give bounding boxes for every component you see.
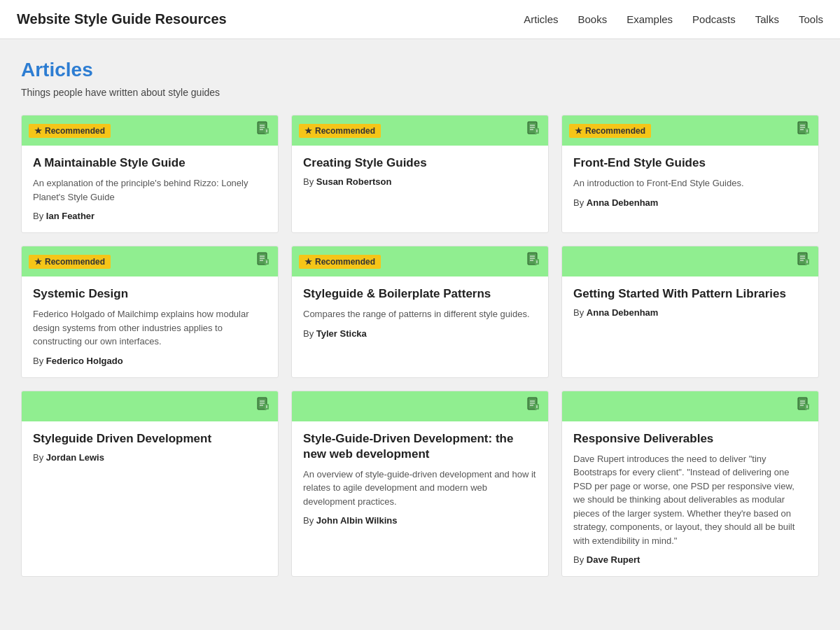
card-header [22,391,278,421]
card-body: Styleguide Driven DevelopmentBy Jordan L… [22,421,278,474]
article-description: An overview of style-guide-driven develo… [303,468,537,509]
article-card-8[interactable]: Style-Guide-Driven Development: the new … [291,391,549,578]
recommended-badge: ★ Recommended [299,124,381,138]
article-type-icon [255,397,271,416]
svg-rect-5 [265,128,269,134]
page-subtitle: Things people have written about style g… [21,87,819,98]
author-name: John Albin Wilkins [316,515,398,526]
page-title: Articles [21,59,819,81]
document-icon [255,252,271,267]
author-name: Jordan Lewis [46,452,104,463]
svg-rect-69 [805,404,809,410]
document-icon [526,397,541,412]
svg-rect-61 [535,404,539,410]
nav-link-articles[interactable]: Articles [524,13,558,25]
article-author: By Tyler Sticka [303,328,537,339]
article-author: By Dave Rupert [573,554,807,565]
card-header [562,391,818,421]
article-card-6[interactable]: Getting Started With Pattern LibrariesBy… [561,246,819,378]
nav-link-tools[interactable]: Tools [799,13,823,25]
document-icon [526,252,541,267]
card-body: Creating Style GuidesBy Susan Robertson [292,146,548,198]
article-description: An introduction to Front-End Style Guide… [573,176,807,190]
document-icon [255,397,271,412]
svg-rect-53 [265,404,269,410]
article-description: Dave Rupert introduces the need to deliv… [573,452,807,548]
author-name: Anna Debenham [587,307,659,318]
main-nav: ArticlesBooksExamplesPodcastsTalksTools [524,13,823,25]
article-title: A Maintainable Style Guide [33,155,267,171]
card-header: ★ Recommended [562,115,818,146]
article-author: By Susan Robertson [303,176,537,187]
nav-link-examples[interactable]: Examples [626,13,673,25]
article-card-4[interactable]: ★ Recommended Systemic DesignFederico Ho… [21,246,279,378]
article-title: Getting Started With Pattern Libraries [573,286,807,302]
author-name: Dave Rupert [587,554,640,565]
card-header [292,391,548,421]
article-card-5[interactable]: ★ Recommended Styleguide & Boilerplate P… [291,246,549,378]
author-name: Ian Feather [46,211,94,221]
article-type-icon [526,121,541,140]
nav-link-podcasts[interactable]: Podcasts [692,13,736,25]
document-icon [796,121,811,136]
nav-link-talks[interactable]: Talks [755,13,779,25]
site-header: Website Style Guide Resources ArticlesBo… [0,0,840,39]
article-title: Style-Guide-Driven Development: the new … [303,431,537,462]
article-type-icon [796,397,811,416]
star-icon: ★ [575,126,582,136]
article-type-icon [796,252,811,271]
document-icon [255,121,271,136]
article-title: Styleguide Driven Development [33,431,267,447]
article-title: Styleguide & Boilerplate Patterns [303,286,537,302]
svg-rect-29 [265,259,269,265]
article-title: Front-End Style Guides [573,155,807,171]
recommended-badge: ★ Recommended [29,124,111,138]
article-author: By Ian Feather [33,211,267,221]
svg-rect-13 [535,128,539,134]
svg-rect-45 [805,259,809,265]
author-name: Tyler Sticka [316,328,367,339]
article-type-icon [526,397,541,416]
card-header [562,246,818,276]
recommended-badge: ★ Recommended [299,255,381,269]
article-card-7[interactable]: Styleguide Driven DevelopmentBy Jordan L… [21,391,279,578]
card-header: ★ Recommended [292,246,548,276]
article-title: Creating Style Guides [303,155,537,171]
article-author: By John Albin Wilkins [303,515,537,526]
article-type-icon [796,121,811,140]
article-type-icon [255,252,271,271]
site-title: Website Style Guide Resources [17,11,227,27]
card-header: ★ Recommended [22,246,278,276]
nav-link-books[interactable]: Books [578,13,608,25]
article-author: By Anna Debenham [573,307,807,318]
article-card-2[interactable]: ★ Recommended Creating Style GuidesBy Su… [291,115,549,233]
article-card-1[interactable]: ★ Recommended A Maintainable Style Guide… [21,115,279,233]
article-card-9[interactable]: Responsive DeliverablesDave Rupert intro… [561,391,819,578]
star-icon: ★ [34,257,42,267]
card-header: ★ Recommended [292,115,548,146]
article-author: By Jordan Lewis [33,452,267,463]
star-icon: ★ [304,126,312,136]
document-icon [796,397,811,412]
article-title: Systemic Design [33,286,267,302]
main-content: Articles Things people have written abou… [7,39,833,596]
recommended-badge: ★ Recommended [29,255,111,269]
author-name: Anna Debenham [587,197,659,208]
document-icon [796,252,811,267]
article-author: By Federico Holgado [33,356,267,366]
article-description: An explanation of the principle's behind… [33,176,267,204]
article-author: By Anna Debenham [573,197,807,208]
article-title: Responsive Deliverables [573,431,807,447]
article-card-3[interactable]: ★ Recommended Front-End Style GuidesAn i… [561,115,819,233]
card-body: A Maintainable Style GuideAn explanation… [22,146,278,232]
article-type-icon [255,121,271,140]
article-description: Federico Holgado of Mailchimp explains h… [33,307,267,349]
article-description: Compares the range of patterns in differ… [303,307,537,321]
svg-rect-21 [805,128,809,134]
card-body: Front-End Style GuidesAn introduction to… [562,146,818,219]
card-body: Styleguide & Boilerplate PatternsCompare… [292,276,548,350]
card-body: Systemic DesignFederico Holgado of Mailc… [22,276,278,377]
card-body: Style-Guide-Driven Development: the new … [292,421,548,538]
card-header: ★ Recommended [22,115,278,146]
author-name: Susan Robertson [316,176,392,187]
